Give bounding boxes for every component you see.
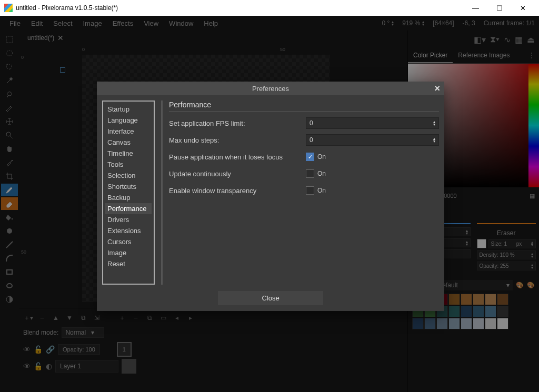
dialog-separator[interactable] <box>161 100 163 285</box>
palette-swatch[interactable] <box>412 318 424 329</box>
canvas-rotation[interactable]: 0 ° <box>382 19 390 27</box>
dynamics-icon[interactable]: ⏏ <box>527 35 535 45</box>
menu-edit[interactable]: Edit <box>26 17 48 29</box>
mirror-h-icon[interactable]: ◧▾ <box>474 35 486 45</box>
palette-swatch[interactable] <box>436 318 448 329</box>
mirror-v-icon[interactable]: ⧗▾ <box>490 35 500 44</box>
palette-swatch[interactable] <box>461 294 472 305</box>
add-layer-button[interactable]: ＋▾ <box>23 313 34 323</box>
eraser-tool[interactable] <box>1 197 18 210</box>
color-picker-tool[interactable] <box>1 156 18 169</box>
layer-opacity-field[interactable]: Opacity: 100 <box>58 344 100 355</box>
clone-frame-button[interactable]: ⧉ <box>144 313 155 323</box>
prefs-item-startup[interactable]: Startup <box>105 104 152 115</box>
color-mode-icon[interactable]: ▦ <box>530 193 535 199</box>
select-poly-tool[interactable] <box>1 61 18 73</box>
layer-lock-icon[interactable]: 🔓 <box>34 345 43 354</box>
bucket-tool[interactable] <box>1 211 18 224</box>
hue-strip[interactable] <box>528 64 539 187</box>
prefs-item-image[interactable]: Image <box>105 247 152 258</box>
text-tool[interactable] <box>1 293 18 306</box>
clone-layer-button[interactable]: ⧉ <box>78 313 88 323</box>
fps-limit-input[interactable]: 0▴▾ <box>306 117 439 129</box>
line-tool[interactable] <box>1 238 18 251</box>
crop-tool[interactable] <box>1 170 18 183</box>
prefs-item-performance[interactable]: Performance <box>105 203 152 214</box>
layer-link-icon[interactable]: 🔗 <box>46 345 55 354</box>
tabs-more-icon[interactable]: ⋮ <box>524 48 539 63</box>
pixel-perfect-icon[interactable]: ∿ <box>504 35 511 45</box>
size-field[interactable]: Size: 1 px▴▾ <box>488 239 536 248</box>
palette-swatch[interactable] <box>461 306 472 317</box>
brush-shape-swatch[interactable] <box>477 239 486 248</box>
frame-left-button[interactable]: ◂ <box>172 313 182 323</box>
palette-swatch[interactable] <box>497 318 508 329</box>
select-ellipse-tool[interactable] <box>1 47 18 59</box>
ellipse-tool[interactable] <box>1 279 18 292</box>
layer-lock-icon[interactable]: 🔓 <box>34 362 43 370</box>
dialog-title-bar[interactable]: Preferences × <box>97 82 444 95</box>
palette-swatch[interactable] <box>497 294 508 305</box>
curve-tool[interactable] <box>1 252 18 265</box>
select-rect-tool[interactable] <box>1 33 18 46</box>
palette-edit-icon[interactable]: 🎨 <box>516 282 524 289</box>
menu-file[interactable]: File <box>4 17 26 29</box>
alpha-lock-icon[interactable]: ▦ <box>515 35 523 45</box>
add-frame-button[interactable]: ＋ <box>117 313 127 323</box>
menu-effects[interactable]: Effects <box>107 17 139 29</box>
prefs-item-language[interactable]: Language <box>105 115 152 126</box>
zoom-tool[interactable] <box>1 129 18 142</box>
spinner-icon[interactable]: ▴▾ <box>392 21 394 26</box>
max-undo-input[interactable]: 0▴▾ <box>306 134 439 146</box>
pan-tool[interactable] <box>1 143 18 155</box>
prefs-item-tools[interactable]: Tools <box>105 159 152 170</box>
remove-frame-button[interactable]: – <box>131 313 141 323</box>
magic-wand-tool[interactable] <box>1 74 18 87</box>
palette-swatch[interactable] <box>448 318 460 329</box>
palette-swatch[interactable] <box>448 294 460 305</box>
close-button[interactable]: Close <box>218 291 323 305</box>
layer-down-button[interactable]: ▼ <box>64 313 75 323</box>
palette-swatch[interactable] <box>461 318 472 329</box>
menu-window[interactable]: Window <box>164 17 198 29</box>
menu-help[interactable]: Help <box>198 17 223 29</box>
palette-swatch[interactable] <box>448 306 460 317</box>
palette-swatch[interactable] <box>485 306 496 317</box>
dialog-close-icon[interactable]: × <box>434 83 440 94</box>
zoom-level[interactable]: 919 % <box>402 19 420 27</box>
paint-select-tool[interactable] <box>1 102 18 114</box>
pencil-tool[interactable] <box>1 184 18 196</box>
palette-swatch[interactable] <box>473 294 484 305</box>
frame-number-cell[interactable]: 1 <box>117 342 132 357</box>
palette-swatch[interactable] <box>485 294 496 305</box>
prefs-item-interface[interactable]: Interface <box>105 126 152 137</box>
pause-focus-checkbox[interactable]: ✓ <box>306 153 314 161</box>
prefs-item-timeline[interactable]: Timeline <box>105 148 152 159</box>
maximize-button[interactable]: ☐ <box>487 0 511 16</box>
layer-up-button[interactable]: ▲ <box>51 313 61 323</box>
prefs-item-drivers[interactable]: Drivers <box>105 214 152 225</box>
prefs-item-extensions[interactable]: Extensions <box>105 225 152 236</box>
layer-visible-icon[interactable]: 👁 <box>23 345 31 354</box>
rect-tool[interactable] <box>1 266 18 278</box>
menu-select[interactable]: Select <box>48 17 77 29</box>
palette-swatch[interactable] <box>485 318 496 329</box>
layer-visible-icon[interactable]: 👁 <box>23 362 31 370</box>
minimize-button[interactable]: — <box>464 0 487 16</box>
tag-frame-button[interactable]: ▭ <box>158 313 168 323</box>
update-continuously-checkbox[interactable] <box>306 169 314 178</box>
blend-mode-select[interactable]: Normal ▾ <box>62 327 104 338</box>
tab-color-picker[interactable]: Color Picker <box>408 48 453 63</box>
menu-image[interactable]: Image <box>78 17 107 29</box>
palette-select[interactable]: Default▾ <box>435 280 513 290</box>
prefs-item-selection[interactable]: Selection <box>105 170 152 181</box>
opacity-field[interactable]: Opacity: 255▴▾ <box>477 262 536 270</box>
frame-cell[interactable] <box>122 359 136 374</box>
density-field[interactable]: Density: 100 %▴▾ <box>477 250 536 259</box>
palette-swatch[interactable] <box>424 318 436 329</box>
move-tool[interactable] <box>1 115 18 128</box>
layer-name-field[interactable]: Layer 1 <box>55 360 118 373</box>
prefs-item-reset[interactable]: Reset <box>105 258 152 269</box>
prefs-item-backup[interactable]: Backup <box>105 192 152 203</box>
lasso-tool[interactable] <box>1 88 18 100</box>
